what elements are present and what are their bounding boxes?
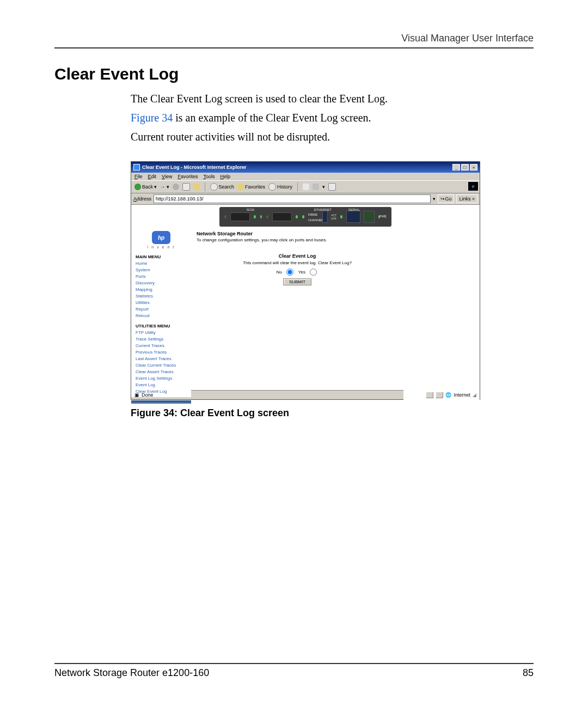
yes-label: Yes (298, 270, 305, 275)
nav-utilities[interactable]: Utilities (136, 300, 187, 306)
menu-bar: File Edit View Favorites Tools Help (131, 173, 480, 180)
serial-port[interactable] (364, 211, 374, 223)
left-column: hp i n v e n t MAIN MENU Home System Por… (131, 228, 191, 404)
close-button[interactable]: × (470, 164, 477, 171)
menu-edit[interactable]: Edit (148, 174, 157, 179)
hp-logo-icon: hp (152, 231, 170, 244)
stop-icon[interactable] (173, 184, 179, 190)
section-title: Clear Event Log (54, 65, 534, 83)
fibre-label: FIBRE CHANNEL (308, 213, 324, 222)
nav-bottom-rule (131, 400, 191, 404)
forward-button[interactable]: → ▾ (160, 184, 169, 190)
ethernet-label: ETHERNET (314, 208, 332, 211)
nav-system[interactable]: System (136, 267, 187, 273)
history-icon (268, 183, 276, 191)
discuss-icon[interactable] (328, 183, 336, 191)
links-button[interactable]: Links » (456, 194, 477, 203)
print-icon[interactable] (313, 184, 319, 190)
page-header-right: Visual Manager User Interface (54, 33, 534, 44)
status-seg-2 (436, 392, 443, 398)
figure-caption: Figure 34: Clear Event Log screen (131, 407, 534, 419)
nav-mapping[interactable]: Mapping (136, 287, 187, 293)
address-input[interactable] (154, 194, 431, 203)
form-heading: Clear Event Log (197, 253, 398, 259)
internet-zone-text: Internet (454, 392, 470, 398)
back-button[interactable]: Back ▾ (134, 184, 157, 190)
figure-reference-link[interactable]: Figure 34 (131, 112, 173, 124)
refresh-icon[interactable] (182, 183, 190, 191)
nav-discovery[interactable]: Discovery (136, 280, 187, 287)
no-label: No (277, 270, 282, 275)
favorites-icon (237, 184, 244, 190)
nav-report[interactable]: Report (136, 306, 187, 313)
window-title: Clear Event Log - Microsoft Internet Exp… (142, 165, 247, 170)
nav-ports[interactable]: Ports (136, 273, 187, 280)
ie-icon (133, 164, 140, 171)
menu-file[interactable]: File (134, 174, 143, 179)
address-label: Address (133, 196, 151, 202)
right-column (403, 228, 480, 404)
ethernet-port[interactable] (346, 211, 361, 223)
menu-favorites[interactable]: Favorites (177, 174, 198, 179)
serial-label: SERIAL (348, 208, 360, 211)
fibre-port[interactable] (322, 211, 328, 223)
menu-view[interactable]: View (162, 174, 172, 179)
nav-clear-assert-traces[interactable]: Clear Assert Traces (136, 369, 187, 375)
toolbar: Back ▾ → ▾ Search Favorites History ▾ e (131, 180, 480, 193)
nav-statistics[interactable]: Statistics (136, 293, 187, 300)
no-radio[interactable] (286, 269, 293, 276)
back-icon (134, 184, 141, 190)
device-image[interactable]: SCSI FIBRE CHANNEL ACTLNK ETHERNET (219, 207, 391, 227)
nav-ftp-utility[interactable]: FTP Utility (136, 330, 187, 336)
pwr-label: PWR (379, 215, 386, 218)
ie-throbber-icon: e (468, 182, 478, 191)
footer-rule (54, 663, 534, 664)
home-icon[interactable] (193, 184, 200, 190)
nav-last-assert-traces[interactable]: Last Assert Traces (136, 356, 187, 362)
nav-event-log[interactable]: Event Log (136, 382, 187, 388)
search-icon (210, 183, 218, 191)
browser-viewport: SCSI FIBRE CHANNEL ACTLNK ETHERNET (131, 205, 480, 390)
status-done-text: Done (142, 392, 154, 398)
yes-radio[interactable] (310, 269, 317, 276)
minimize-button[interactable]: _ (452, 164, 460, 171)
paragraph-2-rest: is an example of the Clear Event Log scr… (173, 112, 371, 124)
address-bar: Address ▾ ↪ Go Links » (131, 193, 480, 205)
scsi-label: SCSI (247, 208, 254, 211)
submit-button[interactable]: SUBMIT (283, 278, 311, 285)
main-menu-title: MAIN MENU (136, 254, 187, 259)
nav-home[interactable]: Home (136, 260, 187, 267)
header-rule (54, 47, 534, 48)
history-button[interactable]: History (268, 183, 292, 191)
nav-trace-settings[interactable]: Trace Settings (136, 336, 187, 343)
nav-current-traces[interactable]: Current Traces (136, 343, 187, 349)
hp-logo-box: hp i n v e n t (131, 228, 191, 250)
go-button[interactable]: ↪ Go (438, 194, 454, 203)
search-button[interactable]: Search (210, 183, 235, 191)
maximize-button[interactable]: □ (461, 164, 469, 171)
paragraph-1: The Clear Event Log screen is used to cl… (131, 91, 534, 107)
menu-help[interactable]: Help (220, 174, 230, 179)
internet-zone-icon: 🌐 (445, 392, 451, 398)
nav-previous-traces[interactable]: Previous Traces (136, 349, 187, 356)
edit-dropdown-icon[interactable]: ▾ (322, 184, 325, 190)
body-text: The Clear Event Log screen is used to cl… (131, 91, 534, 145)
nav-reboot[interactable]: Reboot (136, 313, 187, 319)
favorites-button[interactable]: Favorites (237, 184, 265, 190)
footer-left: Network Storage Router e1200-160 (54, 667, 209, 679)
router-title: Network Storage Router (197, 231, 398, 236)
main-content: Network Storage Router To change configu… (191, 228, 403, 404)
resize-grip-icon[interactable]: ◢ (473, 392, 476, 398)
window-titlebar: Clear Event Log - Microsoft Internet Exp… (131, 162, 480, 173)
nav-box: MAIN MENU Home System Ports Discovery Ma… (131, 250, 191, 397)
hp-invent-label: i n v e n t (131, 245, 191, 249)
mail-icon[interactable] (303, 184, 309, 190)
nav-clear-current-traces[interactable]: Clear Current Traces (136, 362, 187, 369)
menu-tools[interactable]: Tools (203, 174, 215, 179)
radio-row: No Yes (197, 269, 398, 276)
address-dropdown-icon[interactable]: ▾ (433, 196, 436, 202)
paragraph-2: Figure 34 is an example of the Clear Eve… (131, 110, 534, 126)
status-done-icon: ▣ (134, 392, 139, 398)
page-number: 85 (523, 667, 534, 679)
nav-event-log-settings[interactable]: Event Log Settings (136, 375, 187, 382)
